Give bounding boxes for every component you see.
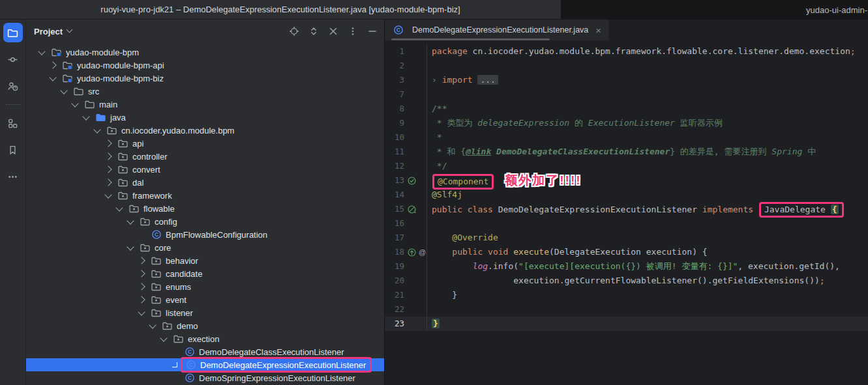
editor-tab[interactable]: C DemoDelegateExpressionExecutionListene… <box>385 20 610 40</box>
locate-icon[interactable] <box>289 26 299 36</box>
tree-item[interactable]: candidate <box>26 267 384 280</box>
tree-item[interactable]: core <box>26 241 384 254</box>
code-text[interactable]: /** <box>427 102 868 116</box>
tree-chevron-down-icon[interactable] <box>104 191 112 198</box>
code-text[interactable]: @Override <box>427 231 868 245</box>
tree-chevron-down-icon[interactable] <box>71 100 78 107</box>
code-text[interactable]: package cn.iocoder.yudao.module.bpm.fram… <box>427 44 868 59</box>
collapse-icon[interactable] <box>328 26 338 36</box>
tree-item[interactable]: yudao-module-bpm <box>26 46 384 59</box>
code-text[interactable]: public class DemoDelegateExpressionExecu… <box>427 202 868 216</box>
tree-item[interactable]: enums <box>26 280 384 293</box>
tree-item[interactable]: main <box>26 98 384 111</box>
tree-chevron-right-icon[interactable] <box>138 296 145 303</box>
tree-item[interactable]: demo <box>26 319 384 332</box>
code-text[interactable]: */ <box>427 159 868 173</box>
tree-item[interactable]: framework <box>26 189 384 202</box>
tree-item[interactable]: src <box>26 85 384 98</box>
tree-item[interactable]: dal <box>26 176 384 189</box>
tree-item-label: flowable <box>143 204 175 214</box>
tree-chevron-down-icon[interactable] <box>160 334 167 341</box>
tree-chevron-down-icon[interactable] <box>149 321 156 328</box>
tree-item[interactable]: event <box>26 293 384 306</box>
tree-chevron-right-icon[interactable] <box>138 270 145 277</box>
code-text[interactable] <box>427 216 868 231</box>
options-icon[interactable] <box>348 26 358 36</box>
more-tools-icon[interactable] <box>3 167 23 186</box>
tree-chevron-down-icon[interactable] <box>115 204 123 211</box>
tree-chevron-right-icon[interactable] <box>49 61 56 68</box>
tree-chevron-down-icon[interactable] <box>138 308 145 315</box>
tree-chevron-down-icon[interactable] <box>60 87 67 94</box>
tree-item[interactable]: listener <box>26 306 384 319</box>
leaf-gutter-icon[interactable] <box>407 205 417 214</box>
tab-scrollbar-thumb[interactable] <box>391 38 550 40</box>
tab-close-icon[interactable]: × <box>595 25 601 35</box>
bookmarks-icon[interactable] <box>3 140 23 160</box>
class-icon: C <box>184 347 195 357</box>
tree-item[interactable]: convert <box>26 163 384 176</box>
project-dropdown[interactable]: Project <box>34 27 72 36</box>
code-text[interactable] <box>427 302 868 317</box>
tree-item[interactable]: cn.iocoder.yudao.module.bpm <box>26 124 384 137</box>
package-icon <box>117 164 128 175</box>
code-editor[interactable]: 1package cn.iocoder.yudao.module.bpm.fra… <box>385 40 868 385</box>
hide-icon[interactable] <box>367 26 378 36</box>
code-text[interactable]: @Slf4j <box>427 188 868 202</box>
code-text[interactable]: log.info("[execute][execution({}) 被调用! 变… <box>427 259 868 274</box>
tree-item[interactable]: yudao-module-bpm-api <box>26 59 384 72</box>
gutter <box>404 145 427 159</box>
expand-icon[interactable] <box>308 26 319 36</box>
impl-gutter-icon[interactable] <box>407 248 417 257</box>
tree-chevron-right-icon[interactable] <box>138 283 145 290</box>
tree-chevron-down-icon[interactable] <box>82 113 89 120</box>
code-token: execution.getCurrentFlowableListener().g… <box>432 276 820 285</box>
tree-chevron-down-icon[interactable] <box>93 126 100 133</box>
tree-item[interactable]: java <box>26 111 384 124</box>
tree-chevron-right-icon[interactable] <box>104 178 112 186</box>
tree-chevron-right-icon[interactable] <box>138 257 145 264</box>
structure-icon[interactable] <box>3 113 23 133</box>
bean-gutter-icon[interactable] <box>407 176 417 186</box>
tree-chevron-right-icon[interactable] <box>104 139 112 147</box>
code-text[interactable]: public void execute(DelegateExecution ex… <box>427 245 868 259</box>
code-text[interactable]: } <box>427 317 868 331</box>
tree-chevron-down-icon[interactable] <box>127 217 134 224</box>
pull-requests-icon[interactable]: ? <box>3 76 23 96</box>
tree-item[interactable]: yudao-module-bpm-biz <box>26 72 384 85</box>
code-text[interactable] <box>427 87 868 102</box>
code-text[interactable]: › import ... <box>427 73 868 87</box>
code-text[interactable]: * <box>427 130 868 145</box>
tree-chevron-down-icon[interactable] <box>38 48 45 55</box>
tree-item[interactable]: behavior <box>26 254 384 267</box>
code-text[interactable] <box>427 59 868 73</box>
tree-chevron-down-icon[interactable] <box>127 243 134 250</box>
tree-chevron-right-icon[interactable] <box>104 152 112 160</box>
tree-chevron-spacer <box>172 349 177 354</box>
tree-item-label: config <box>155 217 177 227</box>
project-folder-icon[interactable] <box>3 23 23 42</box>
tree-item[interactable]: api <box>26 137 384 150</box>
commit-icon[interactable] <box>3 50 23 69</box>
tree-item[interactable]: CDemoSpringExpressionExecutionListener <box>26 371 384 384</box>
tree-item[interactable]: controller <box>26 150 384 163</box>
code-text[interactable]: execution.getCurrentFlowableListener().g… <box>427 274 868 288</box>
tree-item[interactable]: CDemoDelegateClassExecutionListener <box>26 345 384 358</box>
tree-item[interactable]: CBpmFlowableConfiguration <box>26 228 384 241</box>
code-text[interactable]: * 类型为 delegateExpression 的 ExecutionList… <box>427 116 868 130</box>
tree-item[interactable]: CDemoDelegateExpressionExecutionListener <box>26 358 384 371</box>
line-number: 9 <box>385 116 404 130</box>
tree-chevron-down-icon[interactable] <box>49 74 56 81</box>
tree-item[interactable]: flowable <box>26 202 384 215</box>
code-token: ... <box>477 75 498 85</box>
at-gutter-icon[interactable]: @ <box>417 248 427 257</box>
code-line: 7 <box>385 87 868 102</box>
code-text[interactable]: } <box>427 288 868 302</box>
code-text[interactable]: * 和 {@link DemoDelegateClassExecutionLis… <box>427 145 868 159</box>
tree-item[interactable]: config <box>26 215 384 228</box>
project-panel-title: Project <box>34 27 63 36</box>
svg-text:C: C <box>187 375 191 381</box>
tree-item[interactable]: exection <box>26 332 384 345</box>
tree-chevron-right-icon[interactable] <box>104 165 112 173</box>
code-text[interactable]: @Component额外加了!!!! <box>427 173 868 188</box>
